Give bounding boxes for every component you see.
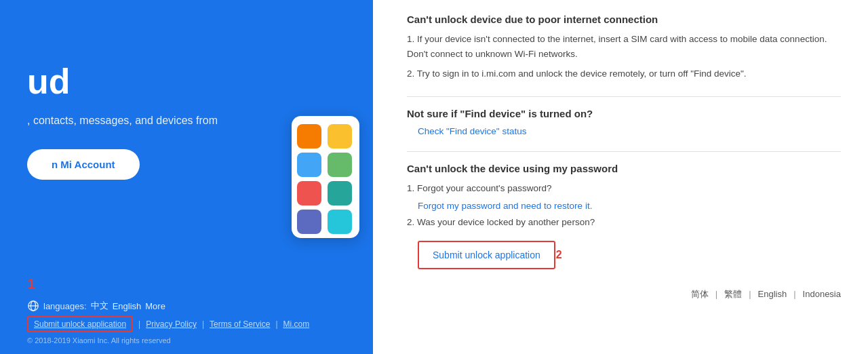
faq-item-3-1: 1. Forgot your account's password? [407,181,841,196]
lang-more-link[interactable]: More [145,301,165,311]
faq-item-1-2: 2. Try to sign in to i.mi.com and unlock… [407,66,841,81]
faq-section-3: Can't unlock the device using my passwor… [407,163,841,273]
app-icon-3 [297,153,321,177]
mi-com-link[interactable]: Mi.com [283,319,310,329]
faq-item-3-2: 2. Was your device locked by another per… [407,215,841,230]
faq-title-1: Can't unlock device due to poor internet… [407,14,841,25]
traditional-chinese-link[interactable]: 繁體 [724,288,742,300]
submit-unlock-main-link[interactable]: Submit unlock application [433,250,540,260]
language-row: languages: 中文 English More [27,300,165,312]
lang-label: languages: [43,301,87,311]
faq-title-3: Can't unlock the device using my passwor… [407,163,841,174]
forgot-password-link[interactable]: Forgot my password and need to restore i… [418,201,841,211]
check-find-device-link[interactable]: Check "Find device" status [418,126,841,136]
left-panel: ud , contacts, messages, and devices fro… [0,0,373,354]
app-icon-2 [328,124,352,149]
divider-2 [407,151,841,152]
annotation-1: 1 [27,275,35,293]
faq-title-2: Not sure if "Find device" is turned on? [407,108,841,119]
lang-chinese-link[interactable]: 中文 [91,300,108,312]
faq-section-1: Can't unlock device due to poor internet… [407,14,841,81]
left-footer: 1 languages: 中文 English More Submit unlo… [0,267,373,354]
indonesia-footer-link[interactable]: Indonesia [803,289,841,299]
globe-icon [27,300,39,312]
app-icon-7 [297,210,321,234]
faq-item-1-1: 1. If your device isn't connected to the… [407,32,841,61]
submit-unlock-footer-link[interactable]: Submit unlock application [27,316,133,332]
right-footer: 简体 | 繁體 | English | Indonesia [407,288,841,300]
app-icon-4 [328,153,352,177]
simplified-chinese-link[interactable]: 简体 [691,288,709,300]
app-icon-1 [297,124,321,149]
phone-illustration [292,116,359,238]
app-icon-6 [328,181,352,205]
privacy-policy-link[interactable]: Privacy Policy [146,319,197,329]
mi-account-button[interactable]: n Mi Account [27,149,140,180]
footer-links: Submit unlock application | Privacy Poli… [27,316,309,332]
annotation-2: 2 [556,249,562,261]
hero-subtitle: , contacts, messages, and devices from [27,113,244,129]
hero-title: ud [27,61,346,102]
faq-section-2: Not sure if "Find device" is turned on? … [407,108,841,136]
right-panel: Can't unlock device due to poor internet… [373,0,868,354]
lang-english-link[interactable]: English [113,301,142,311]
app-icon-8 [328,210,352,234]
unlock-application-box: Submit unlock application 2 [418,241,555,269]
english-footer-link[interactable]: English [758,289,787,299]
divider-1 [407,96,841,97]
copyright: © 2018-2019 Xiaomi Inc. All rights reser… [27,336,171,345]
app-icon-5 [297,181,321,205]
terms-of-service-link[interactable]: Terms of Service [210,319,270,329]
